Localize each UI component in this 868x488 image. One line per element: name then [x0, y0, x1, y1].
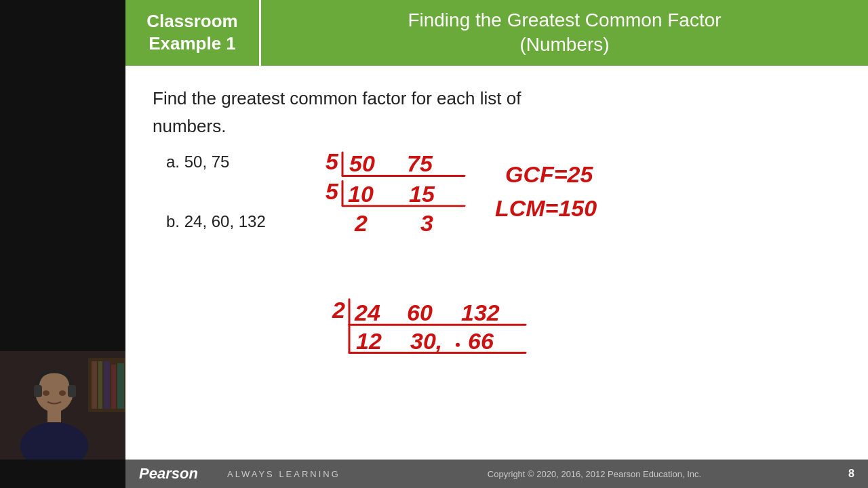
webcam-feed — [0, 351, 142, 460]
svg-text:60: 60 — [407, 300, 433, 325]
svg-text:LCM=150: LCM=150 — [495, 195, 597, 221]
svg-rect-10 — [68, 385, 76, 397]
svg-rect-6 — [117, 363, 124, 409]
footer-tagline: ALWAYS LEARNING — [227, 469, 340, 479]
header-title: Finding the Greatest Common Factor (Numb… — [408, 8, 721, 58]
svg-text:2: 2 — [332, 297, 345, 323]
svg-point-13 — [43, 390, 50, 396]
svg-rect-3 — [98, 361, 102, 409]
webcam-area — [0, 0, 142, 488]
svg-rect-5 — [111, 365, 116, 409]
svg-rect-12 — [47, 409, 61, 422]
slide-footer: Pearson ALWAYS LEARNING Copyright © 2020… — [125, 460, 868, 488]
svg-point-14 — [59, 390, 66, 396]
svg-text:12: 12 — [356, 328, 382, 354]
svg-text:30,: 30, — [410, 328, 442, 354]
svg-rect-9 — [34, 385, 42, 397]
svg-point-40 — [456, 343, 460, 347]
header-right-panel: Finding the Greatest Common Factor (Numb… — [261, 0, 868, 66]
svg-text:66: 66 — [468, 328, 494, 354]
svg-text:2: 2 — [354, 210, 368, 236]
svg-text:5: 5 — [326, 148, 339, 174]
header-example-label: Classroom Example 1 — [146, 10, 237, 56]
svg-text:3: 3 — [420, 210, 433, 236]
svg-text:75: 75 — [407, 150, 433, 176]
header-left-panel: Classroom Example 1 — [125, 0, 261, 66]
slide-container: Classroom Example 1 Finding the Greatest… — [125, 0, 868, 488]
footer-brand: Pearson — [139, 465, 207, 483]
svg-text:132: 132 — [461, 300, 500, 325]
slide-content: Find the greatest common factor for each… — [125, 66, 868, 460]
svg-text:10: 10 — [348, 181, 374, 207]
svg-rect-4 — [104, 361, 110, 409]
svg-rect-2 — [92, 361, 97, 409]
svg-text:24: 24 — [354, 300, 380, 325]
svg-text:GCF=25: GCF=25 — [505, 161, 594, 187]
svg-text:5: 5 — [326, 178, 339, 204]
footer-copyright: Copyright © 2020, 2016, 2012 Pearson Edu… — [361, 469, 828, 479]
svg-text:50: 50 — [349, 150, 375, 176]
svg-text:15: 15 — [409, 181, 435, 207]
footer-page-number: 8 — [848, 468, 854, 480]
math-annotations: 5 50 75 5 10 15 — [125, 66, 868, 460]
slide-header: Classroom Example 1 Finding the Greatest… — [125, 0, 868, 66]
